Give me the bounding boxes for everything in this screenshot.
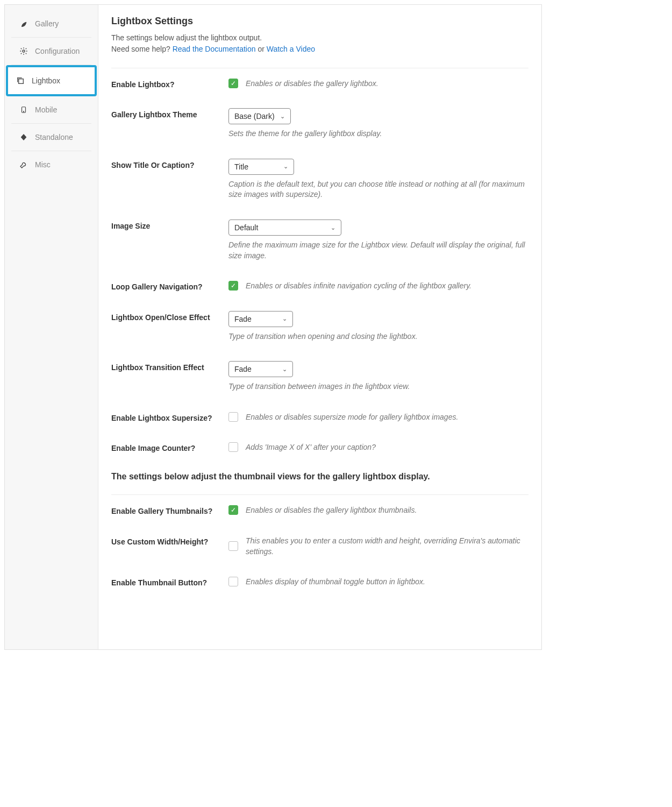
sidebar-item-label: Misc [35, 160, 51, 169]
row-custom-wh: Use Custom Width/Height? This enables yo… [111, 535, 528, 557]
leaf-icon [19, 19, 28, 29]
row-open-effect: Lightbox Open/Close Effect Fade ⌄ Type o… [111, 311, 528, 342]
sidebar-item-label: Gallery [35, 19, 59, 28]
sidebar-item-label: Mobile [35, 105, 57, 114]
select-image-size[interactable]: Default ⌄ [228, 220, 341, 236]
label-theme: Gallery Lightbox Theme [111, 108, 228, 119]
row-transition-effect: Lightbox Transition Effect Fade ⌄ Type o… [111, 361, 528, 392]
checkbox-enable-thumbnails[interactable] [228, 505, 238, 515]
select-title-caption[interactable]: Title ⌄ [228, 159, 294, 175]
settings-panel: Gallery Configuration Lightbox Mobile St… [4, 4, 542, 650]
sidebar-item-label: Standalone [35, 133, 73, 141]
svg-point-0 [23, 50, 25, 52]
desc-open-effect: Type of transition when opening and clos… [228, 331, 528, 342]
video-link[interactable]: Watch a Video [267, 45, 315, 53]
label-loop: Loop Gallery Navigation? [111, 280, 228, 291]
chevron-down-icon: ⌄ [282, 315, 287, 322]
row-loop: Loop Gallery Navigation? Enables or disa… [111, 280, 528, 291]
page-subtitle: The settings below adjust the lightbox o… [111, 32, 528, 55]
desc-theme: Sets the theme for the gallery lightbox … [228, 129, 528, 139]
desc-image-size: Define the maximum image size for the Li… [228, 240, 528, 261]
label-custom-wh: Use Custom Width/Height? [111, 535, 228, 546]
label-enable-lightbox: Enable Lightbox? [111, 78, 228, 89]
label-title-caption: Show Title Or Caption? [111, 159, 228, 169]
sidebar: Gallery Configuration Lightbox Mobile St… [5, 5, 98, 649]
checkbox-counter[interactable] [228, 442, 238, 452]
select-theme[interactable]: Base (Dark) ⌄ [228, 108, 291, 124]
sidebar-item-misc[interactable]: Misc [11, 151, 91, 178]
sidebar-item-standalone[interactable]: Standalone [11, 124, 91, 151]
diamond-icon [19, 132, 28, 142]
label-transition-effect: Lightbox Transition Effect [111, 361, 228, 372]
svg-point-3 [23, 111, 24, 112]
chevron-down-icon: ⌄ [282, 366, 287, 373]
row-theme: Gallery Lightbox Theme Base (Dark) ⌄ Set… [111, 108, 528, 139]
checkbox-supersize[interactable] [228, 412, 238, 422]
desc-enable-thumbnails: Enables or disables the gallery lightbox… [246, 505, 417, 515]
checkbox-custom-wh[interactable] [228, 541, 238, 551]
desc-enable-lightbox: Enables or disables the gallery lightbox… [246, 78, 378, 89]
row-title-caption: Show Title Or Caption? Title ⌄ Caption i… [111, 159, 528, 200]
chevron-down-icon: ⌄ [331, 224, 335, 231]
thumbnails-heading: The settings below adjust the thumbnail … [111, 472, 528, 482]
sidebar-item-configuration[interactable]: Configuration [11, 38, 91, 65]
sidebar-item-lightbox[interactable]: Lightbox [6, 65, 97, 96]
sidebar-item-label: Lightbox [32, 76, 60, 85]
checkbox-thumbnail-button[interactable] [228, 577, 238, 586]
desc-thumbnail-button: Enables display of thumbnail toggle butt… [246, 576, 425, 587]
desc-supersize: Enables or disables supersize mode for g… [246, 412, 458, 422]
gear-icon [19, 46, 28, 56]
desc-title-caption: Caption is the default text, but you can… [228, 179, 528, 200]
svg-rect-1 [19, 79, 24, 84]
chevron-down-icon: ⌄ [283, 163, 288, 170]
row-counter: Enable Image Counter? Adds 'Image X of X… [111, 442, 528, 452]
row-enable-thumbnails: Enable Gallery Thumbnails? Enables or di… [111, 505, 528, 515]
label-counter: Enable Image Counter? [111, 442, 228, 452]
mobile-icon [19, 105, 28, 115]
label-image-size: Image Size [111, 220, 228, 230]
desc-loop: Enables or disables infinite navigation … [246, 280, 471, 291]
desc-counter: Adds 'Image X of X' after your caption? [246, 442, 376, 452]
row-enable-lightbox: Enable Lightbox? Enables or disables the… [111, 78, 528, 89]
label-thumbnail-button: Enable Thumbnail Button? [111, 576, 228, 587]
sidebar-item-mobile[interactable]: Mobile [11, 96, 91, 124]
sidebar-item-gallery[interactable]: Gallery [11, 10, 91, 38]
doc-link[interactable]: Read the Documentation [173, 45, 256, 53]
label-open-effect: Lightbox Open/Close Effect [111, 311, 228, 322]
select-transition-effect[interactable]: Fade ⌄ [228, 361, 293, 377]
desc-transition-effect: Type of transition between images in the… [228, 381, 528, 392]
lightbox-icon [16, 76, 25, 86]
sidebar-item-label: Configuration [35, 47, 80, 55]
desc-custom-wh: This enables you to enter a custom width… [246, 535, 528, 557]
row-supersize: Enable Lightbox Supersize? Enables or di… [111, 412, 528, 422]
wrench-icon [19, 160, 28, 169]
row-thumbnail-button: Enable Thumbnail Button? Enables display… [111, 576, 528, 587]
label-enable-thumbnails: Enable Gallery Thumbnails? [111, 505, 228, 515]
page-title: Lightbox Settings [111, 16, 528, 27]
divider [111, 494, 528, 495]
chevron-down-icon: ⌄ [280, 113, 285, 120]
checkbox-enable-lightbox[interactable] [228, 79, 238, 88]
divider [111, 68, 528, 68]
main-content: Lightbox Settings The settings below adj… [98, 5, 541, 649]
select-open-effect[interactable]: Fade ⌄ [228, 311, 293, 327]
checkbox-loop[interactable] [228, 281, 238, 291]
label-supersize: Enable Lightbox Supersize? [111, 412, 228, 422]
row-image-size: Image Size Default ⌄ Define the maximum … [111, 220, 528, 261]
